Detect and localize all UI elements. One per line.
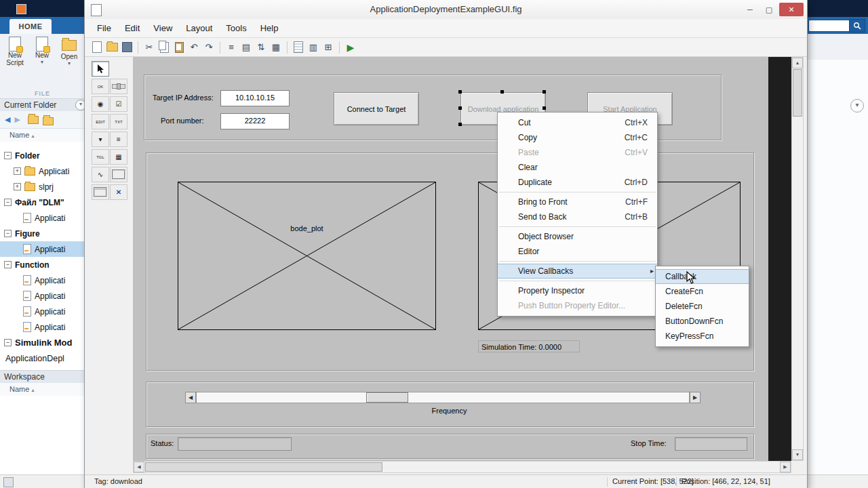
expand-icon[interactable]: +: [14, 183, 21, 190]
port-label[interactable]: Port number:: [161, 117, 204, 125]
new-button[interactable]: New ▾: [28, 37, 56, 66]
scroll-up-icon[interactable]: ▲: [792, 58, 803, 68]
port-field[interactable]: 22222: [220, 113, 290, 129]
selection-handle[interactable]: [542, 106, 546, 110]
tree-item-folder[interactable]: + slprj: [0, 179, 85, 195]
panel-tool[interactable]: [110, 167, 127, 182]
horizontal-scroll-thumb[interactable]: [145, 462, 382, 472]
toolbar-editor-icon[interactable]: ▦: [269, 41, 283, 54]
align-objects-icon[interactable]: ≡: [224, 41, 238, 54]
property-inspector-icon[interactable]: ▥: [307, 41, 320, 54]
search-button[interactable]: [849, 19, 865, 33]
check-box-tool[interactable]: ☑: [110, 96, 127, 112]
back-icon[interactable]: ◀: [5, 115, 10, 124]
bode-plot-axes[interactable]: bode_plot: [178, 182, 436, 330]
collapse-icon[interactable]: −: [4, 152, 12, 159]
target-ip-field[interactable]: 10.10.10.15: [220, 90, 290, 106]
new-script-button[interactable]: New Script: [1, 37, 28, 66]
toggle-button-tool[interactable]: TGL: [92, 149, 109, 165]
scroll-down-icon[interactable]: ▼: [792, 449, 803, 460]
horizontal-scrollbar[interactable]: ◀ ▶: [133, 461, 791, 473]
button-group-tool[interactable]: [92, 184, 109, 200]
tree-item-function[interactable]: Applicati: [0, 288, 85, 304]
guide-maximize-button[interactable]: ▢: [760, 3, 778, 16]
guide-minimize-button[interactable]: ─: [741, 3, 759, 16]
submenu-item-deletefcn[interactable]: DeleteFcn: [656, 299, 749, 314]
tree-item-file[interactable]: Applicati: [0, 210, 85, 226]
m-file-editor-icon[interactable]: [292, 41, 305, 54]
frequency-panel[interactable]: [146, 382, 754, 427]
context-menu-item-bring-to-front[interactable]: Bring to Front Ctrl+F: [498, 195, 657, 209]
listbox-tool[interactable]: ≡: [110, 131, 127, 147]
context-menu-item-duplicate[interactable]: Duplicate Ctrl+D: [498, 175, 657, 190]
submenu-item-buttondownfcn[interactable]: ButtonDownFcn: [656, 314, 749, 329]
activex-tool[interactable]: ✕: [110, 184, 127, 200]
run-icon[interactable]: ▶: [344, 41, 357, 54]
submenu-item-callback[interactable]: Callback: [656, 269, 749, 284]
context-menu-item-property-inspector[interactable]: Property Inspector: [498, 283, 657, 298]
guide-close-button[interactable]: ✕: [779, 3, 804, 16]
menu-editor-icon[interactable]: ▤: [239, 41, 253, 54]
edit-text-tool[interactable]: EDIT: [92, 114, 109, 129]
vertical-scrollbar[interactable]: ▲ ▼: [791, 57, 804, 461]
stop-time-field[interactable]: [675, 437, 747, 451]
pop-up-menu-tool[interactable]: ▾: [92, 131, 109, 147]
scroll-right-icon[interactable]: ▶: [780, 462, 791, 472]
object-browser-icon[interactable]: ⊞: [321, 41, 335, 54]
open-button[interactable]: Open ▾: [56, 37, 83, 66]
target-ip-label[interactable]: Target IP Address:: [153, 94, 214, 102]
tree-item-function[interactable]: Applicati: [0, 319, 85, 335]
tree-group-dlm[interactable]: − Файл "DLM": [0, 195, 85, 210]
slider-right-arrow-icon[interactable]: ▶: [690, 392, 701, 403]
context-menu-item-send-to-back[interactable]: Send to Back Ctrl+B: [498, 209, 657, 224]
redo-icon[interactable]: ↷: [202, 41, 216, 54]
browse-folder-icon[interactable]: [43, 117, 54, 125]
select-tool[interactable]: [92, 61, 109, 77]
selection-handle[interactable]: [458, 90, 462, 94]
tree-item-function[interactable]: Applicati: [0, 272, 85, 288]
expand-icon[interactable]: +: [14, 167, 21, 175]
menu-help[interactable]: Help: [254, 20, 285, 36]
open-file-icon[interactable]: [105, 41, 119, 54]
menu-file[interactable]: File: [90, 20, 118, 36]
slider-tool[interactable]: [110, 79, 127, 94]
context-menu-item-copy[interactable]: Copy Ctrl+C: [498, 130, 657, 145]
menu-edit[interactable]: Edit: [118, 20, 146, 36]
context-menu-item-view-callbacks[interactable]: View Callbacks ▸: [498, 264, 657, 279]
context-menu-item-editor[interactable]: Editor: [498, 244, 657, 259]
status-field[interactable]: [178, 437, 292, 451]
slider-track[interactable]: [196, 392, 690, 403]
menu-tools[interactable]: Tools: [219, 20, 253, 36]
collapse-icon[interactable]: −: [4, 261, 12, 268]
connect-button[interactable]: Connect to Target: [334, 92, 419, 125]
selection-handle[interactable]: [542, 90, 546, 94]
forward-icon[interactable]: ▶: [14, 115, 20, 124]
folder-name-header[interactable]: Name ▴: [0, 129, 94, 142]
collapse-icon[interactable]: −: [4, 339, 12, 346]
tree-group-function[interactable]: − Function: [0, 257, 85, 272]
frequency-label[interactable]: Frequency: [146, 407, 753, 415]
up-folder-icon[interactable]: [28, 116, 39, 124]
tree-item-simulink-model[interactable]: ApplicationDepl: [0, 350, 85, 366]
tree-group-figure[interactable]: − Figure: [0, 226, 85, 241]
context-menu-item-cut[interactable]: Cut Ctrl+X: [498, 115, 657, 130]
slider-thumb[interactable]: [366, 392, 408, 403]
cut-icon[interactable]: ✂: [142, 41, 156, 54]
tree-item-function[interactable]: Applicati: [0, 304, 85, 319]
tree-group-simulink[interactable]: − Simulink Mod: [0, 335, 85, 350]
context-menu-item-object-browser[interactable]: Object Browser: [498, 229, 657, 244]
menu-view[interactable]: View: [146, 20, 179, 36]
new-file-icon[interactable]: [90, 41, 104, 54]
search-input[interactable]: [808, 20, 852, 32]
stop-time-label[interactable]: Stop Time:: [631, 439, 667, 447]
tree-group-folder[interactable]: − Folder: [0, 148, 85, 163]
tab-home[interactable]: HOME: [9, 19, 52, 34]
copy-icon[interactable]: [157, 41, 171, 54]
scroll-left-icon[interactable]: ◀: [134, 462, 144, 472]
status-label[interactable]: Status:: [151, 439, 174, 447]
axes-tool[interactable]: ∿: [92, 167, 109, 182]
status-icon[interactable]: [3, 477, 14, 487]
selection-handle[interactable]: [458, 123, 462, 126]
undo-icon[interactable]: ↶: [187, 41, 201, 54]
selection-handle[interactable]: [500, 90, 504, 94]
